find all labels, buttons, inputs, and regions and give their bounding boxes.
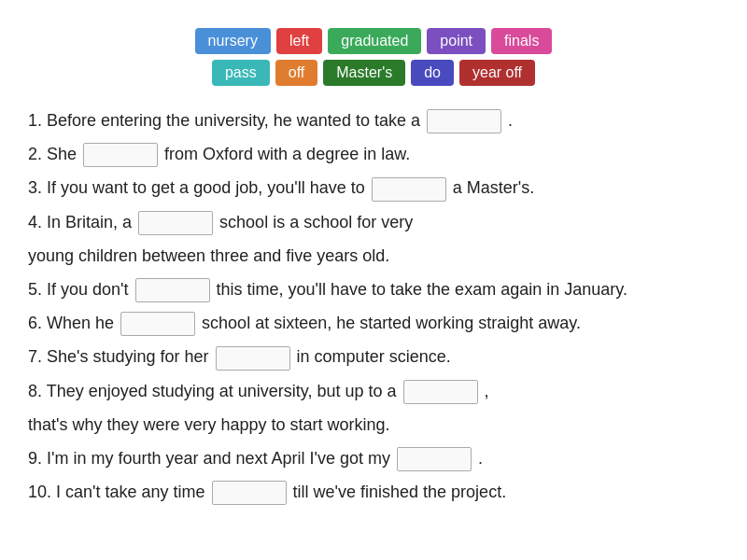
question-7: 7. She's studying for her in computer sc… (28, 341, 719, 372)
q6-num: 6. (28, 314, 42, 332)
q1-num: 1. (28, 111, 42, 130)
q7-text-before: She's studying for her (47, 347, 214, 366)
chip-left[interactable]: left (276, 28, 322, 54)
chip-nursery[interactable]: nursery (195, 28, 271, 54)
q8-text-before: They enjoyed studying at university, but… (47, 382, 402, 400)
chip-do[interactable]: do (411, 60, 454, 86)
chip-off[interactable]: off (275, 60, 318, 86)
chip-pass[interactable]: pass (212, 60, 270, 86)
question-9: 9. I'm in my fourth year and next April … (28, 442, 719, 474)
q3-num: 3. (28, 178, 42, 197)
q3-text-before: If you want to get a good job, you'll ha… (47, 178, 370, 197)
q1-text-after: . (508, 111, 513, 130)
q3-blank[interactable] (372, 177, 446, 202)
question-1: 1. Before entering the university, he wa… (28, 105, 719, 136)
q4-blank[interactable] (138, 211, 213, 235)
question-10: 10. I can't take any time till we've fin… (28, 476, 719, 508)
q6-blank[interactable] (120, 312, 195, 336)
q6-text-after: school at sixteen, he started working st… (202, 314, 581, 332)
question-8-cont: that's why they were very happy to start… (28, 409, 719, 441)
q2-num: 2. (28, 145, 42, 163)
question-8: 8. They enjoyed studying at university, … (28, 375, 719, 407)
question-4: 4. In Britain, a school is a school for … (28, 206, 719, 238)
q6-text-before: When he (47, 314, 119, 332)
q10-num: 10. (28, 483, 51, 501)
q10-text-after: till we've finished the project. (293, 483, 507, 501)
q8-text-after: , (485, 382, 489, 400)
question-4-cont: young children between three and five ye… (28, 240, 719, 272)
q5-text-before: If you don't (47, 280, 134, 299)
word-bank-container: nursery left graduated point finals pass… (19, 28, 728, 86)
q5-blank[interactable] (135, 278, 210, 302)
question-3: 3. If you want to get a good job, you'll… (28, 172, 719, 203)
q7-blank[interactable] (216, 346, 290, 371)
q5-text-after: this time, you'll have to take the exam … (217, 280, 627, 299)
chip-masters[interactable]: Master's (323, 60, 405, 86)
q1-text-before: Before entering the university, he wante… (47, 111, 425, 130)
q1-blank[interactable] (427, 109, 501, 133)
chip-point[interactable]: point (427, 28, 486, 54)
chip-graduated[interactable]: graduated (328, 28, 421, 54)
q9-text-after: . (478, 449, 483, 468)
questions-container: 1. Before entering the university, he wa… (28, 105, 719, 508)
question-2: 2. She from Oxford with a degree in law. (28, 138, 719, 170)
q10-blank[interactable] (212, 481, 287, 505)
q4-text-before: In Britain, a (47, 213, 136, 231)
q9-num: 9. (28, 449, 42, 468)
q2-text-before: She (47, 145, 81, 163)
q8-num: 8. (28, 382, 42, 400)
q8-cont-text: that's why they were very happy to start… (28, 415, 390, 434)
q7-num: 7. (28, 347, 42, 366)
q9-text-before: I'm in my fourth year and next April I'v… (47, 449, 395, 468)
q10-text-before: I can't take any time (56, 483, 210, 501)
chip-year-off[interactable]: year off (459, 60, 535, 86)
q7-text-after: in computer science. (297, 347, 451, 366)
q4-cont-text: young children between three and five ye… (28, 246, 389, 265)
question-6: 6. When he school at sixteen, he started… (28, 307, 719, 339)
q2-blank[interactable] (83, 143, 158, 167)
q9-blank[interactable] (397, 447, 472, 471)
chip-finals[interactable]: finals (491, 28, 552, 54)
question-5: 5. If you don't this time, you'll have t… (28, 273, 719, 305)
q3-text-after: a Master's. (453, 178, 534, 197)
word-bank: nursery left graduated point finals pass… (177, 28, 570, 86)
q2-text-after: from Oxford with a degree in law. (164, 145, 410, 163)
q4-num: 4. (28, 213, 42, 231)
q4-text-after: school is a school for very (219, 213, 413, 231)
q8-blank[interactable] (403, 380, 478, 404)
q5-num: 5. (28, 280, 42, 299)
